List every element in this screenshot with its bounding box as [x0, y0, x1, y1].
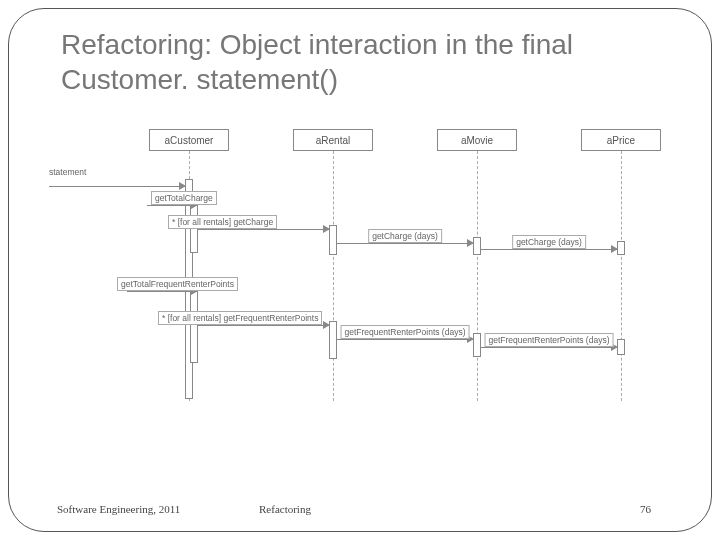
msg-label: getFrequentRenterPoints (days)	[485, 333, 614, 347]
msg-getCharge-days-1: getCharge (days)	[337, 233, 473, 247]
sequence-diagram: aCustomer aRental aMovie aPrice statemen…	[49, 129, 679, 429]
msg-label: * [for all rentals] getFrequentRenterPoi…	[158, 311, 322, 325]
object-aPrice: aPrice	[581, 129, 661, 151]
activation-aRental-1	[329, 225, 337, 255]
lifeline-aPrice	[621, 151, 622, 401]
msg-getFRP-loop: * [for all rentals] getFrequentRenterPoi…	[198, 315, 329, 329]
lifeline-aRental	[333, 151, 334, 401]
object-label: aPrice	[607, 135, 635, 146]
lifeline-aMovie	[477, 151, 478, 401]
msg-getTotalFRP: getTotalFrequentRenterPoints	[127, 281, 197, 295]
activation-aCustomer-nested2	[190, 287, 198, 363]
object-aCustomer: aCustomer	[149, 129, 229, 151]
object-label: aCustomer	[165, 135, 214, 146]
msg-label: getCharge (days)	[512, 235, 586, 249]
msg-label: getTotalFrequentRenterPoints	[117, 277, 238, 291]
msg-label: getFrequentRenterPoints (days)	[341, 325, 470, 339]
msg-getFRP-days-2: getFrequentRenterPoints (days)	[481, 337, 617, 351]
activation-aPrice-1	[617, 241, 625, 255]
msg-getTotalCharge: getTotalCharge	[147, 195, 197, 209]
msg-getCharge-loop: * [for all rentals] getCharge	[198, 219, 329, 233]
object-aMovie: aMovie	[437, 129, 517, 151]
msg-label: * [for all rentals] getCharge	[168, 215, 277, 229]
msg-label: getTotalCharge	[151, 191, 217, 205]
entry-label: statement	[49, 167, 86, 177]
activation-aPrice-2	[617, 339, 625, 355]
footer-center: Refactoring	[259, 503, 311, 515]
object-aRental: aRental	[293, 129, 373, 151]
slide-frame: Refactoring: Object interaction in the f…	[8, 8, 712, 532]
activation-aMovie-1	[473, 237, 481, 255]
object-label: aMovie	[461, 135, 493, 146]
activation-aMovie-2	[473, 333, 481, 357]
object-label: aRental	[316, 135, 350, 146]
activation-aRental-2	[329, 321, 337, 359]
msg-getFRP-days-1: getFrequentRenterPoints (days)	[337, 329, 473, 343]
footer-left: Software Engineering, 2011	[57, 503, 180, 515]
msg-getCharge-days-2: getCharge (days)	[481, 239, 617, 253]
page-number: 76	[640, 503, 651, 515]
slide-title: Refactoring: Object interaction in the f…	[61, 27, 661, 97]
msg-label: getCharge (days)	[368, 229, 442, 243]
